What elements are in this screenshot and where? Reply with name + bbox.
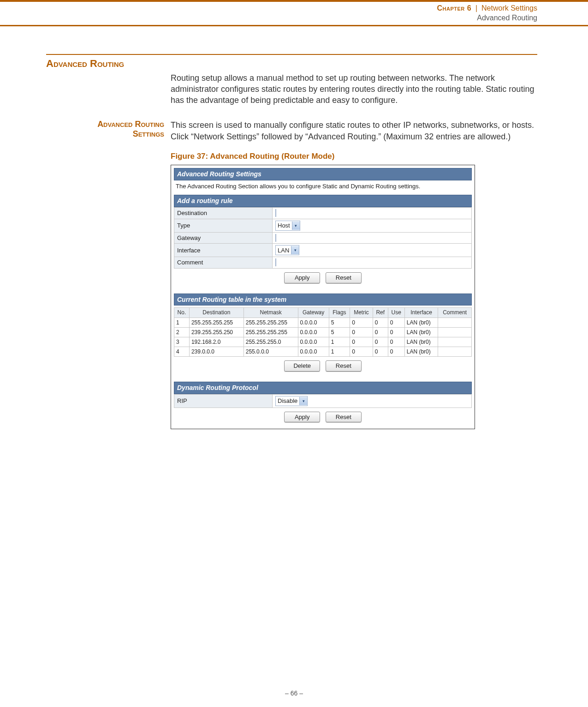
cell-netmask: 255.255.255.255 [244, 318, 298, 327]
reset-button-3[interactable]: Reset [326, 412, 362, 423]
page-number: – 66 – [0, 689, 588, 697]
header-sub: Advanced Routing [477, 14, 537, 22]
cell-metric: 0 [350, 318, 373, 327]
table-row: 1255.255.255.255255.255.255.2550.0.0.050… [174, 318, 472, 327]
cell-destination: 192.168.2.0 [189, 337, 244, 347]
add-rule-form: Destination Type Host ▾ [174, 207, 472, 269]
reset-button-2[interactable]: Reset [326, 360, 362, 371]
cell-metric: 0 [350, 327, 373, 337]
cell-comment [438, 337, 472, 347]
cell-no: 1 [174, 318, 190, 327]
col-no: No. [174, 308, 190, 318]
cell-flags: 5 [329, 327, 350, 337]
comment-input[interactable] [275, 258, 276, 266]
destination-label: Destination [174, 208, 273, 219]
subsection-title: Advanced Routing Settings [46, 120, 164, 139]
apply-button[interactable]: Apply [284, 272, 320, 283]
cell-comment [438, 318, 472, 327]
subsection-paragraph: This screen is used to manually configur… [171, 120, 537, 142]
cell-ref: 0 [373, 337, 388, 347]
cell-interface: LAN (br0) [404, 347, 438, 357]
chevron-down-icon: ▾ [291, 246, 299, 254]
interface-select-value: LAN [278, 246, 291, 255]
cell-destination: 239.255.255.250 [189, 327, 244, 337]
type-label: Type [174, 219, 273, 232]
col-ref: Ref [373, 308, 388, 318]
reset-button[interactable]: Reset [326, 272, 362, 283]
header-breadcrumb: Network Settings [481, 4, 537, 12]
chevron-down-icon: ▾ [299, 397, 307, 405]
cell-gateway: 0.0.0.0 [298, 347, 329, 357]
col-netmask: Netmask [244, 308, 298, 318]
cell-ref: 0 [373, 327, 388, 337]
cell-ref: 0 [373, 347, 388, 357]
apply-button-2[interactable]: Apply [284, 412, 320, 423]
panel-advanced-routing-settings-desc: The Advanced Routing Section allows you … [174, 180, 472, 195]
chevron-down-icon: ▾ [292, 222, 300, 230]
section-title: Advanced Routing [46, 58, 537, 70]
cell-use: 0 [388, 337, 404, 347]
routing-table-header-row: No. Destination Netmask Gateway Flags Me… [174, 308, 472, 318]
cell-gateway: 0.0.0.0 [298, 318, 329, 327]
interface-label: Interface [174, 244, 273, 257]
cell-flags: 1 [329, 337, 350, 347]
cell-comment [438, 327, 472, 337]
rip-select-value: Disable [278, 397, 299, 405]
cell-flags: 5 [329, 318, 350, 327]
table-row: 2239.255.255.250255.255.255.2550.0.0.050… [174, 327, 472, 337]
header-chapter: Chapter 6 [437, 4, 471, 12]
cell-netmask: 255.0.0.0 [244, 347, 298, 357]
cell-metric: 0 [350, 347, 373, 357]
rip-label: RIP [174, 394, 273, 407]
col-metric: Metric [350, 308, 373, 318]
cell-interface: LAN (br0) [404, 318, 438, 327]
col-flags: Flags [329, 308, 350, 318]
subsection-title-line2: Settings [133, 129, 164, 138]
page-header: Chapter 6 | Network Settings Advanced Ro… [0, 2, 588, 26]
panel-routing-table-title: Current Routing table in the system [174, 294, 472, 306]
dynamic-routing-form: RIP Disable ▾ [174, 394, 472, 408]
cell-metric: 0 [350, 337, 373, 347]
panel-advanced-routing-settings-title: Advanced Routing Settings [174, 168, 472, 180]
cell-use: 0 [388, 347, 404, 357]
col-use: Use [388, 308, 404, 318]
header-separator: | [474, 4, 482, 12]
type-select[interactable]: Host ▾ [275, 221, 300, 231]
col-destination: Destination [189, 308, 244, 318]
cell-netmask: 255.255.255.0 [244, 337, 298, 347]
cell-use: 0 [388, 318, 404, 327]
cell-destination: 255.255.255.255 [189, 318, 244, 327]
cell-no: 4 [174, 347, 190, 357]
cell-interface: LAN (br0) [404, 327, 438, 337]
table-row: 4239.0.0.0255.0.0.00.0.0.01000LAN (br0) [174, 347, 472, 357]
panel-dynamic-routing-title: Dynamic Routing Protocol [174, 382, 472, 394]
cell-comment [438, 347, 472, 357]
figure-caption: Figure 37: Advanced Routing (Router Mode… [171, 151, 537, 162]
interface-select[interactable]: LAN ▾ [275, 245, 299, 255]
delete-button[interactable]: Delete [284, 360, 320, 371]
figure-frame: Advanced Routing Settings The Advanced R… [171, 165, 475, 429]
cell-netmask: 255.255.255.255 [244, 327, 298, 337]
rip-select[interactable]: Disable ▾ [275, 396, 308, 406]
comment-label: Comment [174, 257, 273, 269]
cell-ref: 0 [373, 318, 388, 327]
col-comment: Comment [438, 308, 472, 318]
col-interface: Interface [404, 308, 438, 318]
cell-gateway: 0.0.0.0 [298, 327, 329, 337]
cell-interface: LAN (br0) [404, 337, 438, 347]
cell-use: 0 [388, 327, 404, 337]
panel-add-rule-title: Add a routing rule [174, 195, 472, 207]
routing-table: No. Destination Netmask Gateway Flags Me… [174, 307, 472, 357]
subsection-title-line1: Advanced Routing [97, 120, 164, 129]
cell-no: 2 [174, 327, 190, 337]
intro-paragraph: Routing setup allows a manual method to … [171, 73, 534, 105]
table-row: 3192.168.2.0255.255.255.00.0.0.01000LAN … [174, 337, 472, 347]
cell-no: 3 [174, 337, 190, 347]
cell-gateway: 0.0.0.0 [298, 337, 329, 347]
type-select-value: Host [278, 222, 292, 230]
gateway-label: Gateway [174, 232, 273, 244]
destination-input[interactable] [275, 209, 276, 217]
col-gateway: Gateway [298, 308, 329, 318]
gateway-input[interactable] [275, 234, 276, 242]
cell-destination: 239.0.0.0 [189, 347, 244, 357]
